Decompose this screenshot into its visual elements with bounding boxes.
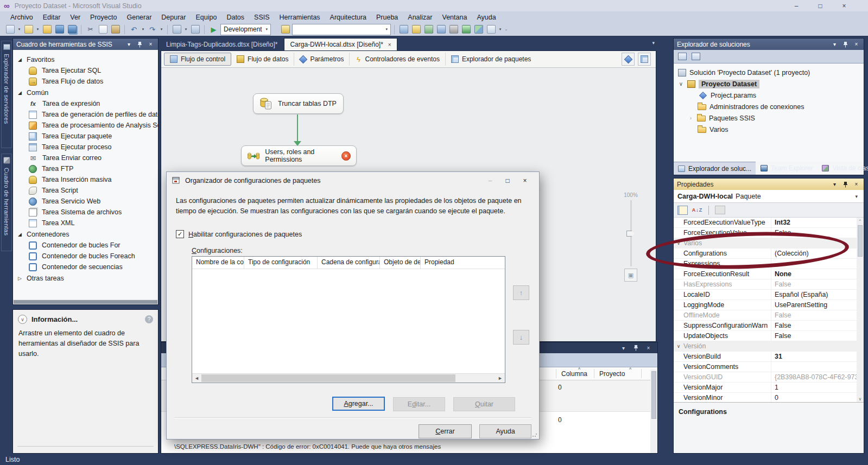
tree-item-solution[interactable]: Solución 'Proyecto Dataset' (1 proyecto) bbox=[674, 67, 864, 78]
menu-ssis[interactable]: SSIS bbox=[249, 12, 275, 22]
close-icon[interactable]: × bbox=[147, 40, 155, 48]
navigate-forward-button[interactable] bbox=[189, 24, 201, 35]
enable-configurations-checkbox[interactable]: ✓ bbox=[176, 230, 184, 238]
window-position-dropdown-icon[interactable]: ▾ bbox=[831, 180, 839, 188]
property-row[interactable]: HasExpressionsFalse bbox=[674, 279, 857, 290]
toolbar-overflow[interactable]: ⌄ bbox=[504, 27, 509, 31]
help-icon[interactable]: ? bbox=[145, 315, 153, 323]
navigate-dropdown[interactable]: ▾ bbox=[183, 27, 188, 31]
tree-item-paquetes[interactable]: ›Paquetes SSIS bbox=[674, 112, 864, 124]
tab-team-explorer[interactable]: Team Explorer bbox=[756, 162, 817, 175]
scroll-thumb[interactable] bbox=[201, 374, 455, 382]
collapse-all-button[interactable] bbox=[678, 53, 687, 60]
fit-to-window-button[interactable]: ▣ bbox=[624, 269, 637, 282]
toolbox-item[interactable]: Contenedor de bucles For bbox=[13, 240, 158, 251]
solution-explorer-button[interactable] bbox=[398, 24, 409, 35]
property-row[interactable]: SuppressConfigurationWarnFalse bbox=[674, 321, 857, 331]
object-selector-combo[interactable]: Carga-DWH-local Paquete ▾ bbox=[674, 190, 864, 203]
dialog-title-bar[interactable]: Organizador de configuraciones de paquet… bbox=[167, 172, 539, 189]
configurations-listview[interactable]: Nombre de la conf... Tipo de configuraci… bbox=[192, 256, 505, 383]
toolbox-item[interactable]: Tarea Inserción masiva bbox=[13, 174, 158, 185]
open-file-button[interactable] bbox=[41, 24, 53, 35]
close-icon[interactable]: × bbox=[644, 344, 652, 352]
start-debug-button[interactable]: ▶ bbox=[208, 24, 219, 35]
undo-button[interactable]: ↶ bbox=[128, 24, 140, 35]
error-list-vscrollbar[interactable] bbox=[650, 370, 657, 453]
property-row[interactable]: VersionBuild31 bbox=[674, 352, 857, 362]
toolbox-item[interactable]: Contenedor de bucles Foreach bbox=[13, 251, 158, 262]
doc-tab-limpia[interactable]: Limpia-Tags-Duplicados.dtsx [Diseño]* bbox=[161, 38, 283, 50]
agregar-button[interactable]: Agregar... bbox=[332, 397, 385, 411]
toolbox-item[interactable]: fxTarea de expresión bbox=[13, 98, 158, 109]
show-all-files-button[interactable] bbox=[692, 53, 700, 60]
tab-solution-explorer[interactable]: Explorador de soluc... bbox=[674, 162, 756, 175]
scroll-thumb[interactable] bbox=[858, 225, 863, 257]
minimize-button[interactable]: – bbox=[481, 174, 499, 188]
copy-button[interactable] bbox=[97, 24, 109, 35]
col-propiedad[interactable]: Propiedad bbox=[421, 257, 505, 269]
menu-proyecto[interactable]: Proyecto bbox=[85, 12, 122, 22]
new-project-button[interactable] bbox=[4, 24, 16, 35]
window-position-dropdown-icon[interactable]: ▾ bbox=[125, 40, 133, 48]
toolbox-item[interactable]: Tarea Flujo de datos bbox=[13, 76, 158, 87]
menu-ventana[interactable]: Ventana bbox=[438, 12, 472, 22]
quitar-button[interactable]: Quitar bbox=[453, 397, 515, 411]
toolbox-item[interactable]: Tarea Servicio Web bbox=[13, 196, 158, 207]
new-project-dropdown[interactable]: ▾ bbox=[17, 27, 22, 31]
tab-parametros[interactable]: Parámetros bbox=[294, 53, 350, 66]
toolbox-item[interactable]: Tarea Script bbox=[13, 185, 158, 196]
package-config-button[interactable] bbox=[280, 24, 291, 35]
menu-archivo[interactable]: Archivo bbox=[5, 12, 38, 22]
search-platform-combo[interactable]: ▾ bbox=[292, 24, 391, 35]
menu-ver[interactable]: Ver bbox=[65, 12, 85, 22]
maximize-button[interactable]: □ bbox=[499, 174, 516, 188]
cut-button[interactable]: ✂ bbox=[85, 24, 96, 35]
editar-button[interactable]: Editar... bbox=[393, 397, 445, 411]
tree-item-conexiones[interactable]: Administradores de conexiones bbox=[674, 101, 864, 112]
toolbox-item[interactable]: Tarea Sistema de archivos bbox=[13, 207, 158, 218]
zoom-slider[interactable] bbox=[630, 200, 632, 266]
redo-dropdown[interactable]: ▾ bbox=[159, 27, 164, 31]
precedence-constraint[interactable] bbox=[297, 114, 298, 142]
cerrar-button[interactable]: Cerrar bbox=[419, 424, 472, 438]
toolbox-group-otras[interactable]: ▷Otras tareas bbox=[13, 272, 158, 284]
zoom-slider-handle[interactable] bbox=[626, 231, 635, 237]
resize-grip[interactable] bbox=[532, 432, 537, 437]
menu-datos[interactable]: Datos bbox=[221, 12, 249, 22]
pin-icon[interactable] bbox=[136, 40, 144, 48]
column-header-proyecto[interactable]: Proyecto bbox=[599, 370, 625, 378]
parameters-button[interactable] bbox=[622, 53, 635, 66]
menu-ayuda[interactable]: Ayuda bbox=[472, 12, 500, 22]
toolbox-item[interactable]: Tarea FTP bbox=[13, 163, 158, 174]
close-button[interactable]: × bbox=[832, 0, 856, 11]
compare-button[interactable] bbox=[473, 24, 484, 35]
toolbox-group-favoritos[interactable]: ◢Favoritos bbox=[13, 54, 158, 65]
property-row[interactable]: LocaleIDEspañol (España) bbox=[674, 290, 857, 300]
menu-herramientas[interactable]: Herramientas bbox=[275, 12, 325, 22]
properties-window-button[interactable] bbox=[410, 24, 422, 35]
undo-dropdown[interactable]: ▾ bbox=[141, 27, 145, 31]
close-button[interactable]: × bbox=[516, 174, 534, 188]
window-position-dropdown-icon[interactable]: ▾ bbox=[831, 40, 839, 48]
toolbox-item[interactable]: Tarea Ejecutar paquete bbox=[13, 131, 158, 142]
toolbox-item[interactable]: Tarea XML bbox=[13, 218, 158, 228]
tab-flujo-de-datos[interactable]: Flujo de datos bbox=[231, 53, 294, 66]
navigate-back-button[interactable] bbox=[171, 24, 182, 35]
tree-item-project-params[interactable]: Project.params bbox=[674, 90, 864, 101]
maximize-button[interactable]: □ bbox=[808, 0, 832, 11]
chevron-down-icon[interactable]: ∨ bbox=[678, 81, 684, 87]
object-browser-button[interactable] bbox=[423, 24, 434, 35]
categorized-view-button[interactable] bbox=[677, 206, 688, 215]
col-tipo[interactable]: Tipo de configuración bbox=[244, 257, 318, 269]
toolbar-options-dropdown[interactable]: ▾ bbox=[498, 27, 503, 31]
redo-button[interactable]: ↷ bbox=[147, 24, 158, 35]
scroll-down-icon[interactable]: ∨ bbox=[859, 397, 862, 402]
minimize-button[interactable]: – bbox=[784, 0, 808, 11]
alphabetical-view-button[interactable]: A↓Z bbox=[692, 206, 702, 215]
menu-analizar[interactable]: Analizar bbox=[403, 12, 437, 22]
property-row[interactable]: VersionMajor1 bbox=[674, 383, 857, 393]
property-row[interactable]: VersionGUID{2B398AB8-078C-4F62-973D-9 bbox=[674, 372, 857, 383]
tab-list-dropdown-icon[interactable]: ▾ bbox=[649, 38, 658, 50]
tab-class-view[interactable]: Vista de clases bbox=[818, 162, 868, 175]
toolbox-group-comun[interactable]: ◢Común bbox=[13, 87, 158, 98]
